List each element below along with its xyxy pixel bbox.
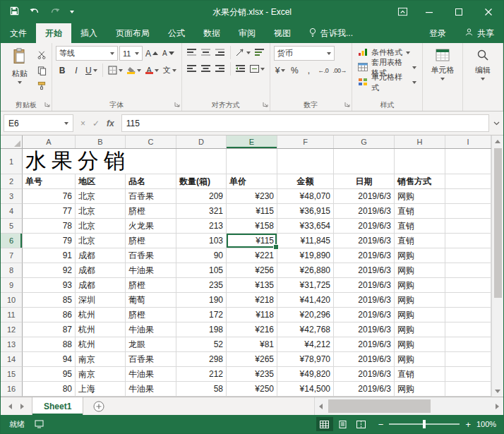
cell-H14[interactable]: 网购	[395, 352, 445, 367]
cell-C14[interactable]: 百香果	[126, 352, 176, 367]
accounting-format-button[interactable]: ¥	[274, 64, 287, 77]
cut-button[interactable]	[35, 48, 48, 61]
cell-I5[interactable]	[445, 219, 491, 234]
col-header-E[interactable]: E	[227, 135, 277, 148]
bold-button[interactable]: B	[56, 64, 68, 77]
number-format-select[interactable]: 货币	[274, 46, 335, 61]
merge-center-button[interactable]	[248, 62, 266, 76]
italic-button[interactable]: I	[70, 64, 83, 77]
cell-H4[interactable]: 直销	[395, 204, 445, 219]
cell-I10[interactable]	[445, 293, 491, 308]
zoom-out-button[interactable]: −	[378, 419, 384, 430]
cell-E13[interactable]: ¥81	[227, 337, 277, 352]
customize-qat-icon[interactable]	[70, 11, 74, 13]
select-all-corner[interactable]	[1, 135, 23, 148]
cell-C9[interactable]: 脐橙	[126, 278, 176, 293]
cell-I1[interactable]	[445, 149, 491, 174]
cell-D7[interactable]: 90	[176, 248, 227, 263]
align-center-icon[interactable]	[200, 62, 212, 76]
row-header-16[interactable]: 16	[1, 382, 23, 397]
cell-E9[interactable]: ¥135	[227, 278, 277, 293]
cell-E4[interactable]: ¥115	[227, 204, 277, 219]
cell-E2[interactable]: 单价	[227, 174, 277, 189]
close-button[interactable]	[474, 1, 503, 23]
horizontal-scroll-thumb[interactable]	[328, 399, 431, 413]
cell-F5[interactable]: ¥33,654	[277, 219, 334, 234]
cell-I16[interactable]	[445, 382, 491, 397]
row-header-10[interactable]: 10	[1, 293, 23, 308]
align-left-icon[interactable]	[186, 62, 198, 76]
comma-style-button[interactable]: ,	[302, 64, 315, 77]
cell-A7[interactable]: 91	[23, 248, 76, 263]
cell-E16[interactable]: ¥250	[227, 382, 277, 397]
format-painter-button[interactable]	[35, 79, 48, 92]
row-header-9[interactable]: 9	[1, 278, 23, 293]
cell-A2[interactable]: 单号	[23, 174, 76, 189]
row-header-13[interactable]: 13	[1, 337, 23, 352]
cell-B9[interactable]: 成都	[76, 278, 126, 293]
cell-I9[interactable]	[445, 278, 491, 293]
cell-F8[interactable]: ¥26,880	[277, 263, 334, 278]
cell-E3[interactable]: ¥230	[227, 189, 277, 204]
vertical-scroll-thumb[interactable]	[494, 148, 502, 298]
cell-I12[interactable]	[445, 323, 491, 337]
row-header-12[interactable]: 12	[1, 323, 23, 337]
cell-G3[interactable]: 2019/6/3	[334, 189, 395, 204]
tab-insert[interactable]: 插入	[71, 23, 107, 43]
wrap-text-button[interactable]	[253, 46, 266, 59]
row-header-5[interactable]: 5	[1, 219, 23, 234]
cell-F12[interactable]: ¥42,768	[277, 323, 334, 337]
cell-H3[interactable]: 网购	[395, 189, 445, 204]
cell-H9[interactable]: 网购	[395, 278, 445, 293]
cell-A12[interactable]: 87	[23, 323, 76, 337]
row-header-3[interactable]: 3	[1, 189, 23, 204]
clipboard-dialog-launcher-icon[interactable]	[44, 101, 50, 109]
cell-B3[interactable]: 北京	[76, 189, 126, 204]
page-layout-view-button[interactable]	[335, 417, 352, 431]
formula-input[interactable]: 115	[121, 114, 489, 132]
cell-B12[interactable]: 杭州	[76, 323, 126, 337]
tab-formulas[interactable]: 公式	[159, 23, 194, 43]
cell-I6[interactable]	[445, 234, 491, 248]
cell-H7[interactable]: 网购	[395, 248, 445, 263]
tab-view[interactable]: 视图	[265, 23, 300, 43]
cell-H8[interactable]: 网购	[395, 263, 445, 278]
cell-B14[interactable]: 南京	[76, 352, 126, 367]
cell-G15[interactable]: 2019/6/3	[334, 367, 395, 382]
font-dialog-launcher-icon[interactable]	[174, 101, 180, 109]
cell-F6[interactable]: ¥11,845	[277, 234, 334, 248]
cell-G14[interactable]: 2019/6/3	[334, 352, 395, 367]
cell-G12[interactable]: 2019/6/3	[334, 323, 395, 337]
cell-F10[interactable]: ¥41,420	[277, 293, 334, 308]
cell-F14[interactable]: ¥78,970	[277, 352, 334, 367]
number-dialog-launcher-icon[interactable]	[344, 101, 350, 109]
accessibility-icon[interactable]	[35, 420, 44, 428]
zoom-in-button[interactable]: +	[465, 419, 471, 430]
sheet-tab-sheet1[interactable]: Sheet1	[32, 397, 83, 415]
row-header-7[interactable]: 7	[1, 248, 23, 263]
cell-C15[interactable]: 牛油果	[126, 367, 176, 382]
prev-sheet-icon[interactable]	[8, 404, 12, 409]
cell-G4[interactable]: 2019/6/3	[334, 204, 395, 219]
insert-function-button[interactable]: fx	[107, 119, 114, 128]
cell-I2[interactable]	[445, 174, 491, 189]
col-header-F[interactable]: F	[277, 135, 334, 148]
sign-in-button[interactable]: 登录	[420, 23, 455, 43]
cell-styles-button[interactable]: 单元格样式	[356, 76, 419, 89]
save-icon[interactable]	[9, 6, 20, 19]
col-header-A[interactable]: A	[23, 135, 76, 148]
increase-font-button[interactable]: A	[144, 47, 160, 60]
cell-E8[interactable]: ¥256	[227, 263, 277, 278]
cell-E15[interactable]: ¥235	[227, 367, 277, 382]
next-sheet-icon[interactable]	[20, 404, 24, 409]
decrease-decimal-button[interactable]: .00→	[331, 64, 348, 77]
cell-D13[interactable]: 52	[176, 337, 227, 352]
copy-button[interactable]	[35, 64, 48, 77]
row-header-8[interactable]: 8	[1, 263, 23, 278]
cell-B8[interactable]: 成都	[76, 263, 126, 278]
tab-file[interactable]: 文件	[1, 23, 36, 43]
cell-H12[interactable]: 网购	[395, 323, 445, 337]
cell-B6[interactable]: 北京	[76, 234, 126, 248]
col-header-H[interactable]: H	[395, 135, 445, 148]
cell-B2[interactable]: 地区	[76, 174, 126, 189]
